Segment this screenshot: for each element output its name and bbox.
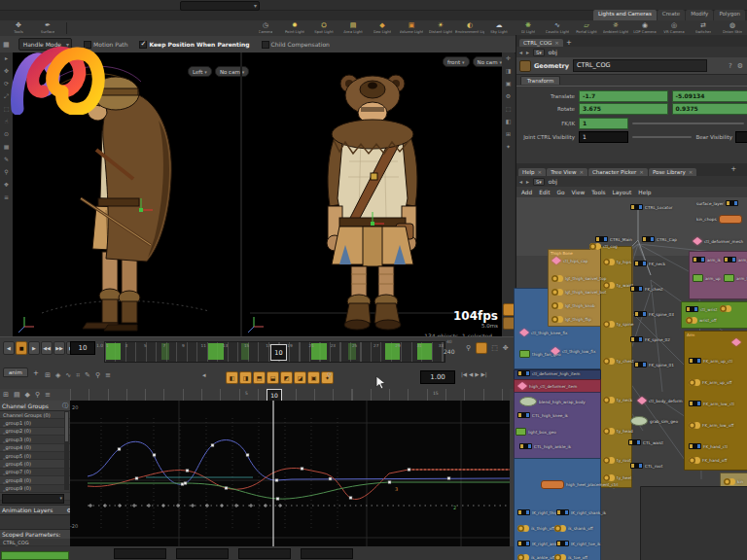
toolbar-icon[interactable]: ⚙ [506,93,511,99]
network-node[interactable]: lgt_thigh_knob [551,302,595,309]
shelf-tool[interactable]: ☼ Ambient Light [601,22,630,34]
camera-menu-button[interactable]: No cam [215,66,250,77]
add-pane-tab-button[interactable]: + [566,39,572,47]
help-icon[interactable]: ? [729,62,732,70]
shelf-tool[interactable]: ◎ VR Camera [659,22,689,34]
parameter-value-field[interactable]: -5.09134 [672,90,747,102]
parameter-value-field[interactable]: 3.675 [579,103,668,115]
shelf-tool[interactable]: ▱ Portal Light [572,22,601,34]
scope-cell[interactable] [176,548,229,559]
shelf-tool[interactable]: ☀ Distant Light [426,22,455,34]
pin-flag[interactable]: S▾ [533,49,545,56]
scoped-parameter-item[interactable]: CTRL_COG [0,539,70,546]
node-name-field[interactable]: CTRL_COG [573,59,707,72]
graph-tool-icon[interactable]: ∿ [65,371,71,379]
graph-tool-icon[interactable]: ◈ [55,371,60,379]
shelf-tool[interactable]: ◍ Onion Skin [718,22,747,34]
parameter-slider[interactable] [632,122,744,124]
timeline-options-icon[interactable]: ⬚ [491,344,498,352]
viewport-splitter[interactable] [240,52,242,336]
viewport-side-view[interactable] [13,52,240,336]
network-node[interactable]: high_heel_placement_ctrl [541,480,618,489]
scope-cell[interactable] [114,548,166,559]
graph-tool-icon[interactable]: ⚲ [95,371,100,379]
keyframe-tool-button[interactable]: ◪ [294,371,306,384]
viewport-front-view[interactable] [242,52,502,336]
network-path[interactable]: obj [549,178,557,185]
keyframe-tool-button[interactable]: ⬒ [253,371,266,384]
frame-nav-button[interactable]: ◀ [469,371,473,377]
network-node[interactable]: FK_spine_02 [630,336,670,342]
network-node[interactable]: CTRL_Locator [630,204,672,210]
back-icon[interactable]: ◂ [519,49,522,55]
channel-group-row[interactable]: _group6 (0) [0,460,70,468]
pane-tab[interactable]: Help [518,168,546,176]
keyframe-tool-button[interactable]: ⬓ [267,371,279,384]
network-node[interactable]: arm_lo [724,274,747,282]
node-path[interactable]: obj [549,49,557,55]
network-node[interactable]: ctl_cog [589,243,618,250]
toolbar-icon[interactable]: ✛ [506,55,511,61]
network-node[interactable]: IK_right_shank_ik [556,509,606,515]
network-node[interactable]: lgt_thigh_flip [551,316,591,323]
toolbar-icon[interactable]: ⤢ [4,93,9,99]
network-node[interactable]: ty_waist [603,282,633,289]
channel-group-row[interactable]: _group5 (0) [0,452,70,460]
channel-tool-icon[interactable]: ▤ [14,391,20,399]
toolbar-icon[interactable]: ⬚ [506,106,512,112]
network-node[interactable]: FK_arm_low_ctl [689,401,734,406]
network-node[interactable]: CTL_waist [628,439,663,445]
network-node[interactable]: FK_arm_low_off [689,422,733,429]
close-icon[interactable] [535,169,543,175]
flipbook-button[interactable] [503,317,516,330]
channel-tool-icon[interactable]: ≡ [45,391,51,399]
graph-tool-icon[interactable]: ⌗ [76,371,80,379]
network-node[interactable]: CTRL_Main [595,236,632,242]
network-node[interactable]: ik_thigh_off [517,525,554,532]
frame-nav-button[interactable]: ▶ [475,371,479,377]
forward-icon[interactable]: ▸ [526,178,529,185]
network-node[interactable]: kin [724,478,743,485]
network-node[interactable]: ty_hips [603,259,631,265]
channel-tool-icon[interactable]: ⊞ [3,391,9,399]
prev-key-icon[interactable]: ◂ [202,371,206,379]
toolbar-icon[interactable]: ⟳ [4,81,9,87]
scope-cell[interactable] [301,548,353,559]
toolbar-icon[interactable]: ◨ [506,68,512,74]
range-end[interactable]: 240 [444,348,454,355]
channel-group-row[interactable]: Channel Groups (0) [0,411,70,419]
cut-field[interactable] [735,131,747,143]
transport-button[interactable]: ■ [16,341,27,355]
toolbar-icon[interactable]: ✎ [4,157,9,162]
shelf-tool[interactable]: ▤ Area Light [338,22,368,34]
shelf-tool[interactable]: ⇄ Switcher [689,22,718,34]
network-node[interactable]: CTL_high_ankle_ik [519,443,571,449]
shelf-tab[interactable]: Lights and Cameras [593,10,657,20]
toolbar-icon[interactable]: ✦ [506,144,511,150]
transport-button[interactable]: ▶ [28,341,40,355]
shelf-tab[interactable]: Polygon [714,10,745,20]
network-node[interactable] [731,338,743,346]
shelf-tab[interactable]: Modify [686,10,713,20]
menu-item[interactable]: Add [521,190,532,195]
anim-tab[interactable]: anim [3,368,28,377]
parameter-tab[interactable]: CTRL_COG [519,39,563,47]
menu-item[interactable]: Help [638,190,651,195]
network-node[interactable]: FK_chest [630,286,663,292]
shelf-tool[interactable]: ❋ GI Light [514,22,543,34]
channel-group-row[interactable]: _group1 (0) [0,419,70,427]
keyframe-tool-button[interactable]: ◩ [280,371,293,384]
network-node[interactable]: grab_sim_geo [630,416,678,426]
network-node[interactable]: arm_fk [724,257,747,262]
network-node[interactable]: surface_layer [696,200,738,206]
close-icon[interactable] [551,40,559,46]
toolbar-icon[interactable]: ✥ [4,68,9,74]
graph-tool-icon[interactable]: ✎ [85,371,90,379]
network-node[interactable]: FK_neck [634,261,665,266]
gear-icon[interactable]: ⚙ [737,62,743,70]
auto-key-button[interactable] [476,342,487,354]
playhead[interactable]: 10 [270,344,287,361]
network-node[interactable]: ik_ankle_off [517,554,555,560]
pane-tab[interactable]: Character Picker [588,168,648,176]
channel-group-row[interactable]: _group7 (0) [0,469,70,476]
